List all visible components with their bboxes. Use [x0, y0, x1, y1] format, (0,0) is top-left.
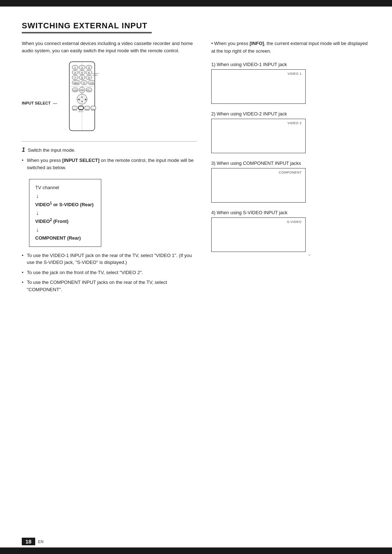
section-title: SWITCHING EXTERNAL INPUT: [22, 21, 152, 33]
dash-note: -: [309, 252, 310, 257]
svg-text:9: 9: [89, 77, 90, 79]
bullet-video1: To use the VIDEO-1 INPUT jack on the rea…: [22, 252, 197, 266]
arrow-right-icon: —: [53, 101, 57, 106]
flow-video1: VIDEO1 or S-VIDEO (Rear): [35, 199, 94, 209]
svg-text:MEM: MEM: [74, 82, 79, 84]
svg-text:0: 0: [84, 82, 85, 84]
bullet-video2: To use the jack on the front of the TV, …: [22, 269, 197, 276]
screen-item-component: 3) When using COMPONENT INPUT jacks COMP…: [211, 160, 370, 203]
svg-text:SLEEP: SLEEP: [85, 109, 90, 111]
svg-text:VOL△: VOL△: [86, 89, 91, 91]
screen-box-1: VIDEO 1: [211, 69, 306, 104]
flow-row-2: VIDEO1 or S-VIDEO (Rear): [35, 199, 94, 209]
svg-text:6: 6: [89, 72, 90, 74]
divider: [22, 141, 197, 142]
svg-text:RECALL: RECALL: [92, 74, 98, 76]
page-lang: EN: [38, 539, 44, 544]
svg-text:7: 7: [75, 77, 76, 79]
info-bold: [INFO]: [250, 41, 264, 46]
screen-box-2: VIDEO 2: [211, 119, 306, 153]
more-bullets: To use the VIDEO-1 INPUT jack on the rea…: [22, 252, 197, 293]
step-text: Switch the input mode.: [28, 147, 76, 153]
bottom-bar: [0, 547, 392, 554]
bullet1-pre: When you press: [27, 158, 62, 163]
screen-label-1: 1) When using VIDEO-1 INPUT jack: [211, 62, 370, 67]
step-intro: 1 Switch the input mode.: [22, 147, 197, 153]
bullet-list: When you press [INPUT SELECT] on the rem…: [22, 157, 197, 171]
info-pre: When you press: [214, 41, 250, 46]
svg-text:+100: +100: [89, 82, 94, 84]
bullet-video1-text: To use the VIDEO-1 INPUT jack on the rea…: [27, 253, 192, 265]
svg-text:5: 5: [82, 72, 83, 74]
screen-overlay-2: VIDEO 2: [287, 121, 302, 125]
bullet-component: To use the COMPONENT INPUT jacks on the …: [22, 279, 197, 293]
svg-text:3: 3: [89, 66, 90, 69]
flow-video2: VIDEO2 (Front): [35, 216, 69, 226]
screen-item-svideo: 4) When using S-VIDEO INPUT jack S-VIDEO…: [211, 210, 370, 257]
flow-row-4: COMPONENT (Rear): [35, 233, 94, 243]
svg-text:SELECT: SELECT: [78, 111, 84, 113]
info-note-bullet: •: [211, 41, 214, 46]
screen-label-2: 2) When using VIDEO-2 INPUT jack: [211, 111, 370, 117]
step-number: 1: [22, 147, 25, 153]
svg-text:OK: OK: [80, 89, 84, 91]
svg-text:2: 2: [82, 66, 83, 69]
flow-arrow-2: ↓: [35, 209, 94, 216]
screen-item-video1: 1) When using VIDEO-1 INPUT jack VIDEO 1: [211, 62, 370, 104]
screen-overlay-3: COMPONENT: [279, 171, 302, 174]
page-number-area: 18 EN: [22, 538, 44, 545]
right-column: • When you press [INFO], the current ext…: [211, 40, 370, 296]
bullet-input-select: When you press [INPUT SELECT] on the rem…: [22, 157, 197, 171]
screen-box-4: S-VIDEO: [211, 217, 306, 252]
flow-arrow-3: ↓: [35, 226, 94, 233]
info-note: • When you press [INFO], the current ext…: [211, 40, 370, 55]
flow-row-1: TV channel: [35, 183, 94, 192]
svg-text:8: 8: [82, 77, 83, 79]
screen-label-4: 4) When using S-VIDEO INPUT jack: [211, 210, 370, 215]
screen-overlay-1: VIDEO 1: [287, 72, 302, 76]
svg-text:MUTE: MUTE: [91, 109, 96, 111]
remote-illustration: 1 2 3 4 5 6 7: [58, 61, 106, 135]
top-bar: [0, 0, 392, 7]
svg-text:4: 4: [75, 72, 76, 74]
flow-diagram: TV channel ↓ VIDEO1 or S-VIDEO (Rear) ↓ …: [29, 179, 101, 247]
intro-text: When you connect external devices includ…: [22, 40, 197, 54]
main-layout: When you connect external devices includ…: [22, 40, 370, 296]
svg-text:1: 1: [75, 66, 76, 69]
left-column: When you connect external devices includ…: [22, 40, 197, 296]
section-heading: SWITCHING EXTERNAL INPUT: [22, 21, 370, 33]
svg-text:▲: ▲: [81, 95, 83, 98]
svg-text:MENU: MENU: [73, 109, 77, 111]
screen-label-3: 3) When using COMPONENT INPUT jacks: [211, 160, 370, 166]
flow-arrow-1: ↓: [35, 192, 94, 199]
bullet1-bold: [INPUT SELECT]: [62, 158, 100, 163]
bullet-component-text: To use the COMPONENT INPUT jacks on the …: [27, 280, 167, 292]
screen-item-video2: 2) When using VIDEO-2 INPUT jack VIDEO 2: [211, 111, 370, 153]
input-select-label: INPUT SELECT: [22, 101, 50, 105]
flow-row-3: VIDEO2 (Front): [35, 216, 94, 226]
screen-box-3: COMPONENT: [211, 168, 306, 203]
screen-overlay-4: S-VIDEO: [287, 220, 302, 224]
bullet-video2-text: To use the jack on the front of the TV, …: [27, 270, 143, 275]
flow-component: COMPONENT (Rear): [35, 233, 81, 243]
remote-area: INPUT SELECT — 1 2: [22, 61, 197, 135]
flow-tv-channel: TV channel: [35, 183, 59, 192]
svg-text:▽VOL: ▽VOL: [73, 89, 78, 91]
svg-text:▼: ▼: [81, 100, 83, 103]
page-number: 18: [22, 538, 35, 545]
